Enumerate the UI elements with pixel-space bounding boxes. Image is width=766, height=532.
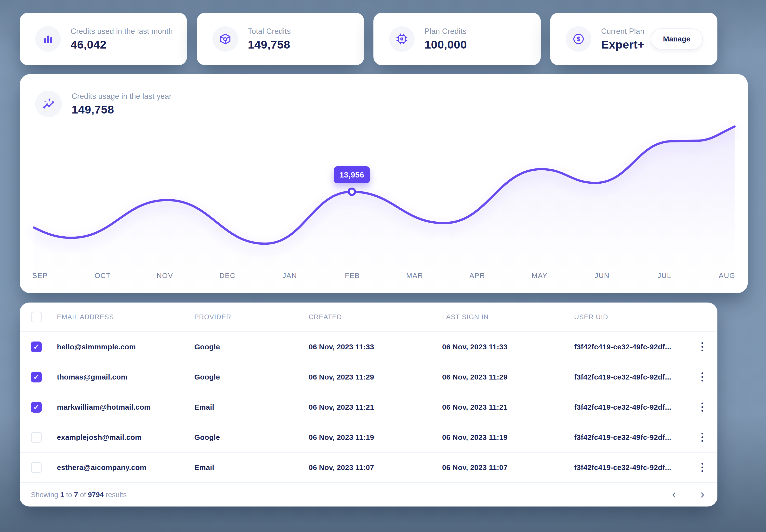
stat-label: Credits used in the last month: [71, 27, 173, 36]
x-axis-label: SEP: [32, 272, 48, 280]
svg-text:$: $: [577, 36, 580, 42]
stat-label: Total Credits: [248, 27, 291, 36]
stat-card-plan-credits: Plan Credits 100,000: [373, 13, 541, 65]
cell-last-sign-in: 06 Nov, 2023 11:07: [442, 463, 574, 472]
cell-user-uid: f3f42fc419-ce32-49fc-92df...: [574, 433, 697, 442]
row-menu-icon[interactable]: [699, 340, 706, 354]
users-table-card: EMAIL ADDRESS PROVIDER CREATED LAST SIGN…: [20, 303, 717, 507]
trend-sparkle-icon: [35, 91, 62, 117]
chart-title: Credits usage in the last year: [72, 92, 172, 101]
cell-user-uid: f3f42fc419-ce32-49fc-92df...: [574, 403, 697, 411]
row-checkbox[interactable]: [31, 402, 42, 413]
column-header-provider: PROVIDER: [194, 313, 309, 321]
cell-last-sign-in: 06 Nov, 2023 11:19: [442, 433, 574, 442]
stat-card-credits-used: Credits used in the last month 46,042: [20, 13, 187, 65]
cell-provider: Google: [194, 373, 309, 381]
pagination-prev-button[interactable]: [668, 489, 680, 501]
cell-email: thomas@gmail.com: [57, 373, 194, 381]
cell-email: markwilliam@hotmail.com: [57, 403, 194, 411]
chart-area-fill: [34, 127, 735, 293]
row-menu-icon[interactable]: [699, 400, 706, 414]
cell-email: esthera@aicompany.com: [57, 463, 194, 472]
column-header-created: CREATED: [309, 313, 442, 321]
x-axis-label: JUN: [595, 272, 610, 280]
table-row: hello@simmmple.com Google 06 Nov, 2023 1…: [20, 332, 717, 362]
cell-provider: Google: [194, 433, 309, 442]
x-axis-label: NOV: [156, 272, 173, 280]
row-checkbox[interactable]: [31, 462, 42, 473]
credits-usage-chart-card: Credits usage in the last year 149,758 1…: [20, 74, 748, 293]
cell-last-sign-in: 06 Nov, 2023 11:33: [442, 343, 574, 351]
dashboard-page: Credits used in the last month 46,042 To…: [0, 0, 766, 532]
row-menu-icon[interactable]: [699, 370, 706, 384]
bar-chart-icon: [35, 26, 61, 52]
x-axis-label: OCT: [94, 272, 111, 280]
cell-email: examplejosh@mail.com: [57, 433, 194, 442]
column-header-last-sign-in: LAST SIGN IN: [442, 313, 574, 321]
stat-card-total-credits: Total Credits 149,758: [197, 13, 364, 65]
row-checkbox[interactable]: [31, 432, 42, 443]
cube-3d-icon: [213, 26, 238, 52]
table-row: examplejosh@mail.com Google 06 Nov, 2023…: [20, 422, 717, 453]
row-checkbox[interactable]: [31, 342, 42, 352]
cell-provider: Email: [194, 403, 309, 411]
row-menu-icon[interactable]: [699, 460, 706, 474]
table-header-row: EMAIL ADDRESS PROVIDER CREATED LAST SIGN…: [20, 303, 717, 332]
x-axis-label: FEB: [345, 272, 360, 280]
x-axis-label: APR: [469, 272, 485, 280]
stat-value: Expert+: [601, 38, 645, 51]
x-axis-label: MAR: [406, 272, 423, 280]
results-summary: Showing 1 to 7 of 9794 results: [31, 491, 126, 499]
stat-card-current-plan: $ Current Plan Expert+ Manage: [550, 13, 717, 65]
table-row: thomas@gmail.com Google 06 Nov, 2023 11:…: [20, 362, 717, 392]
manage-plan-button[interactable]: Manage: [651, 28, 703, 50]
table-row: esthera@aicompany.com Email 06 Nov, 2023…: [20, 453, 717, 483]
cell-created: 06 Nov, 2023 11:21: [309, 403, 442, 411]
stat-label: Current Plan: [601, 27, 645, 36]
cell-created: 06 Nov, 2023 11:07: [309, 463, 442, 472]
cell-created: 06 Nov, 2023 11:19: [309, 433, 442, 442]
results-from: 1: [60, 491, 64, 499]
stat-label: Plan Credits: [424, 27, 467, 36]
cell-created: 06 Nov, 2023 11:29: [309, 373, 442, 381]
column-header-user-uid: USER UID: [574, 313, 697, 321]
chart-tooltip: 13,956: [334, 166, 370, 183]
stat-value: 100,000: [424, 38, 467, 51]
pagination-next-button[interactable]: [696, 489, 709, 501]
chevron-right-icon: [698, 491, 707, 499]
cell-last-sign-in: 06 Nov, 2023 11:21: [442, 403, 574, 411]
dollar-circle-icon: $: [566, 26, 591, 52]
x-axis-label: DEC: [219, 272, 236, 280]
cell-user-uid: f3f42fc419-ce32-49fc-92df...: [574, 373, 697, 381]
chart-total-value: 149,758: [72, 103, 172, 116]
cell-email: hello@simmmple.com: [57, 343, 194, 351]
x-axis-label: MAY: [531, 272, 547, 280]
stat-value: 149,758: [248, 38, 291, 51]
stat-value: 46,042: [71, 38, 173, 51]
cell-created: 06 Nov, 2023 11:33: [309, 343, 442, 351]
cell-provider: Email: [194, 463, 309, 472]
results-total: 9794: [88, 491, 104, 499]
results-to: 7: [74, 491, 78, 499]
chart-highlight-point: [349, 189, 355, 195]
cell-provider: Google: [194, 343, 309, 351]
x-axis-label: AUG: [719, 272, 735, 280]
x-axis-label: JUL: [658, 272, 671, 280]
cell-last-sign-in: 06 Nov, 2023 11:29: [442, 373, 574, 381]
x-axis-label: JAN: [282, 272, 297, 280]
select-all-checkbox[interactable]: [31, 312, 42, 322]
row-menu-icon[interactable]: [699, 430, 706, 444]
cell-user-uid: f3f42fc419-ce32-49fc-92df...: [574, 343, 697, 351]
cpu-chip-icon: [389, 26, 415, 52]
cell-user-uid: f3f42fc419-ce32-49fc-92df...: [574, 463, 697, 472]
row-checkbox[interactable]: [31, 372, 42, 382]
table-row: markwilliam@hotmail.com Email 06 Nov, 20…: [20, 392, 717, 422]
column-header-email: EMAIL ADDRESS: [57, 313, 194, 321]
chevron-left-icon: [670, 491, 678, 499]
table-footer: Showing 1 to 7 of 9794 results: [20, 483, 717, 507]
